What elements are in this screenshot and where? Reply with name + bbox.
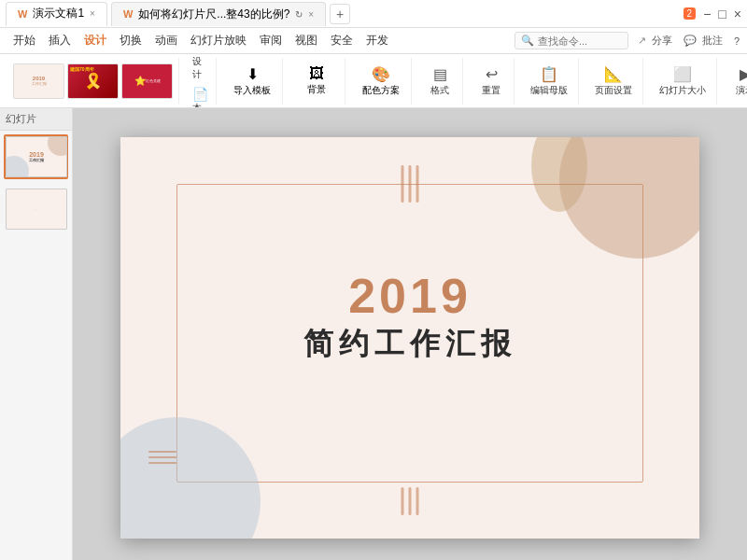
slide-panel-header: 幻灯片 [0,108,72,131]
present-icon: ▶ [740,65,747,83]
menu-slideshow[interactable]: 幻灯片放映 [185,30,252,51]
slide-thumb-2[interactable]: · · · [4,187,68,231]
format-section: ▤ 格式 [417,58,463,105]
search-icon: 🔍 [521,35,534,47]
edit-master-section: 📋 编辑母版 [520,58,579,105]
import-section: ⬇ 导入模板 [222,58,283,105]
review-button[interactable]: 批注 [702,34,723,48]
thumb1-year: 2019 [29,151,44,158]
text-template-button[interactable]: 📄 本文模板 [190,85,210,109]
deco-hline-2 [148,456,176,458]
review-icon: 💬 [684,35,697,47]
thumb-red1[interactable]: 建国70周年 🎗️ [67,63,119,99]
master-icon: 📋 [540,65,558,83]
thumbnail-list: 2019 工作汇报 建国70周年 🎗️ ⭐ 红色党建 [13,63,173,99]
main-canvas[interactable]: 2019 简约工作汇报 [73,108,747,560]
search-input[interactable] [538,35,622,47]
slide-size-button[interactable]: ⬜ 幻灯片大小 [655,63,711,100]
color-scheme-section: 🎨 配色方案 [351,58,412,105]
tab2-reload[interactable]: ↻ [295,9,303,20]
tab2-label: 如何将幻灯片尺...整43的比例? [138,7,289,22]
deco-lines-bottom [402,487,419,515]
format-button[interactable]: ▤ 格式 [423,63,457,100]
page-icon: 📐 [604,65,623,83]
menu-animation[interactable]: 动画 [149,30,183,51]
menu-security[interactable]: 安全 [325,30,359,51]
background-section: 🖼 背景 [289,58,345,105]
menu-switch[interactable]: 切换 [114,30,148,51]
tab2-close[interactable]: × [308,9,314,20]
menu-insert[interactable]: 插入 [43,30,77,51]
text-doc-icon: 📄 [192,87,208,102]
thumb1-title: 工作汇报 [29,158,44,162]
background-icon: 🖼 [309,65,324,82]
format-icon: ▤ [433,65,447,83]
reset-icon: ↩ [486,65,498,83]
slide-panel: 幻灯片 2019 工作汇报 · · · [0,108,73,560]
color-scheme-button[interactable]: 🎨 配色方案 [357,63,405,100]
page-setup-section: 📐 页面设置 [585,58,643,105]
deco-bline-3 [416,487,419,515]
tab-add-button[interactable]: + [330,4,350,24]
more-design-section: ⊞ 更多设计 📄 本文模板 [185,58,217,105]
menu-design[interactable]: 设计 [78,30,112,51]
close-icon[interactable]: × [734,7,741,21]
deco-hline-3 [148,462,176,464]
slide-thumb-1[interactable]: 2019 工作汇报 [4,134,68,179]
present-section: ▶ 演示 [723,58,747,105]
deco-bline-2 [409,487,412,515]
search-box[interactable]: 🔍 [514,32,628,49]
background-button[interactable]: 🖼 背景 [294,63,339,99]
menu-dev[interactable]: 开发 [360,30,394,51]
tab-count: 2 [684,7,697,20]
menu-review[interactable]: 审阅 [254,30,288,51]
import-icon: ⬇ [247,65,259,83]
import-template-button[interactable]: ⬇ 导入模板 [228,63,276,100]
help-button[interactable]: ? [734,35,740,47]
thumb-current[interactable]: 2019 工作汇报 [13,63,64,99]
maximize-icon[interactable]: □ [718,7,726,21]
size-icon: ⬜ [673,65,692,83]
slide-canvas[interactable]: 2019 简约工作汇报 [120,137,699,539]
thumb-party[interactable]: ⭐ 红色党建 [121,63,173,99]
reset-button[interactable]: ↩ 重置 [474,63,508,100]
deco-hline-1 [148,451,176,453]
menu-view[interactable]: 视图 [289,30,323,51]
page-setup-button[interactable]: 📐 页面设置 [590,63,637,100]
slide-thumb-1-inner: 2019 工作汇报 [6,136,67,177]
template-thumbs-section: 2019 工作汇报 建国70周年 🎗️ ⭐ 红色党建 [7,58,179,105]
tab-presentation1[interactable]: W 演示文稿1 × [6,2,107,26]
slide-title: 简约工作汇报 [303,324,516,365]
toolbar: 2019 工作汇报 建国70周年 🎗️ ⭐ 红色党建 ⊞ 更多设计 📄 本文模板 [0,54,747,108]
reset-section: ↩ 重置 [469,58,514,105]
deco-lines-left [148,451,176,464]
slide-thumb-2-inner: · · · [6,189,67,230]
palette-icon: 🎨 [372,65,390,83]
deco-bline-1 [402,487,404,515]
tab-howto[interactable]: W 如何将幻灯片尺...整43的比例? ↻ × [111,2,326,26]
edit-master-button[interactable]: 📋 编辑母版 [526,63,572,100]
menu-actions: ↗ 分享 💬 批注 ? [638,34,740,48]
title-bar: W 演示文稿1 × W 如何将幻灯片尺...整43的比例? ↻ × + 2 − … [0,0,747,28]
work-area: 幻灯片 2019 工作汇报 · · · [0,108,747,560]
more-design-button[interactable]: ⊞ 更多设计 [190,54,210,83]
slide-size-section: ⬜ 幻灯片大小 [649,58,717,105]
tab1-label: 演示文稿1 [33,6,84,21]
minimize-icon[interactable]: − [703,7,711,21]
title-right: 2 − □ × [684,7,741,21]
slide-year: 2019 [348,268,472,324]
present-button[interactable]: ▶ 演示 [728,63,747,100]
share-icon: ↗ [638,35,646,47]
menu-start[interactable]: 开始 [7,30,41,51]
share-button[interactable]: 分享 [652,34,672,48]
menu-bar: 开始 插入 设计 切换 动画 幻灯片放映 审阅 视图 安全 开发 🔍 ↗ 分享 … [0,28,747,54]
tab1-close[interactable]: × [90,8,95,19]
